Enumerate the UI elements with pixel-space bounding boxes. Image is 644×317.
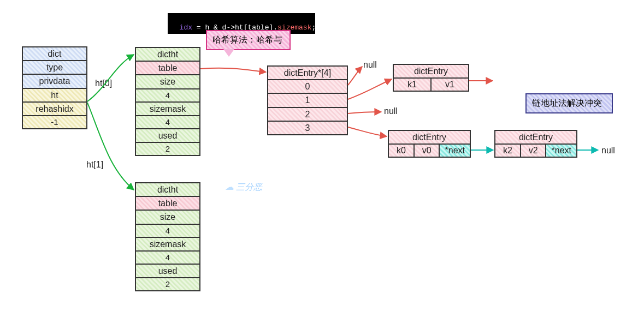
dictentry-k0-next: *next bbox=[440, 145, 470, 157]
dict-struct: dict type privdata ht rehashidx -1 bbox=[22, 46, 87, 129]
dictht1-title: dictht bbox=[136, 183, 199, 197]
dictentry-k1-key: k1 bbox=[394, 79, 432, 91]
dictentry-k1-title: dictEntry bbox=[394, 65, 468, 79]
dictht0-title: dictht bbox=[136, 48, 199, 62]
dictht1-used-lbl: used bbox=[136, 265, 199, 278]
dict-rehashidx-value: -1 bbox=[23, 116, 86, 128]
dictentry-k0-key: k0 bbox=[389, 145, 415, 157]
callout-chaining: 链地址法解决冲突 bbox=[525, 93, 613, 113]
arrows-layer bbox=[0, 0, 644, 317]
dictht0-mask-val: 4 bbox=[136, 116, 199, 129]
entry-array: dictEntry*[4] 0 1 2 3 bbox=[267, 65, 348, 135]
dictht0-used-lbl: used bbox=[136, 129, 199, 143]
dictentry-k0-title: dictEntry bbox=[389, 131, 470, 145]
dictentry-k0-val: v0 bbox=[415, 145, 440, 157]
entry-array-slot-2: 2 bbox=[268, 108, 347, 122]
dictentry-k1-val: v1 bbox=[432, 79, 468, 91]
label-ht0: ht[0] bbox=[95, 79, 112, 88]
label-null-slot0: null bbox=[363, 60, 377, 70]
dict-field-ht: ht bbox=[23, 89, 86, 103]
dict-field-type: type bbox=[23, 61, 86, 75]
entry-array-slot-0: 0 bbox=[268, 80, 347, 94]
dictentry-k2-val: v2 bbox=[521, 145, 547, 157]
dictht1-table: table bbox=[136, 197, 199, 211]
dictht0-size-val: 4 bbox=[136, 89, 199, 103]
callout-hash-algorithm: 哈希算法：哈希与 bbox=[206, 30, 291, 50]
label-ht1: ht[1] bbox=[86, 160, 103, 170]
dictentry-k2-key: k2 bbox=[495, 145, 521, 157]
dict-title: dict bbox=[23, 47, 86, 61]
dictentry-k0: dictEntry k0 v0 *next bbox=[388, 130, 471, 158]
dictht1-size-val: 4 bbox=[136, 225, 199, 238]
dictht1-mask-val: 4 bbox=[136, 252, 199, 265]
label-null-end: null bbox=[601, 146, 615, 155]
dictht0-mask-lbl: sizemask bbox=[136, 103, 199, 116]
dictht0-size-lbl: size bbox=[136, 75, 199, 89]
dictht1-mask-lbl: sizemask bbox=[136, 238, 199, 252]
dictentry-k2-next: *next bbox=[546, 145, 576, 157]
dict-field-rehashidx: rehashidx bbox=[23, 103, 86, 116]
entry-array-title: dictEntry*[4] bbox=[268, 67, 347, 80]
dictentry-k2: dictEntry k2 v2 *next bbox=[494, 130, 577, 158]
code-idx: idx bbox=[180, 23, 192, 32]
dictht0-used-val: 2 bbox=[136, 143, 199, 155]
entry-array-slot-3: 3 bbox=[268, 122, 347, 134]
watermark: 三分恶 bbox=[225, 182, 262, 193]
dictht0-table: table bbox=[136, 62, 199, 75]
label-null-slot2: null bbox=[384, 106, 398, 116]
dictentry-k2-title: dictEntry bbox=[495, 131, 576, 145]
dictentry-k1: dictEntry k1 v1 bbox=[393, 64, 469, 92]
dictht0-struct: dictht table size 4 sizemask 4 used 2 bbox=[135, 47, 200, 156]
dict-field-privdata: privdata bbox=[23, 75, 86, 88]
code-semi: ; bbox=[311, 23, 316, 32]
entry-array-slot-1: 1 bbox=[268, 94, 347, 107]
dictht1-size-lbl: size bbox=[136, 211, 199, 224]
dictht1-struct: dictht table size 4 sizemask 4 used 2 bbox=[135, 182, 200, 291]
dictht1-used-val: 2 bbox=[136, 278, 199, 290]
